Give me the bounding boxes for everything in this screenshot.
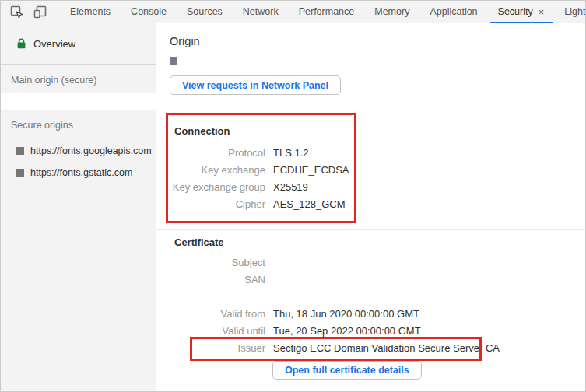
security-panel-body: Overview Main origin (secure) Secure ori…	[1, 23, 585, 391]
san-extra-row	[156, 288, 585, 305]
row-value: X25519	[273, 181, 308, 193]
row-label: Cipher	[156, 198, 265, 210]
devtools-window: Elements Console Sources Network Perform…	[0, 0, 586, 392]
row-value: TLS 1.2	[273, 147, 309, 159]
origin-view: Origin View requests in Network Panel Co…	[156, 23, 585, 391]
inspect-element-icon[interactable]	[9, 4, 24, 19]
overview-group: Overview	[1, 23, 156, 65]
row-value: Tue, 20 Sep 2022 00:00:00 GMT	[273, 325, 421, 337]
sidebar-item-overview[interactable]: Overview	[1, 38, 156, 50]
origin-label: https://fonts.gstatic.com	[30, 167, 132, 178]
tab-security-label: Security	[498, 6, 533, 17]
row-label: Issuer	[156, 342, 265, 354]
row-value: Thu, 18 Jun 2020 00:00:00 GMT	[273, 308, 419, 320]
row-label: Protocol	[156, 147, 265, 159]
secure-origins-header: Secure origins	[1, 120, 156, 131]
origin-label: https://fonts.googleapis.com	[30, 145, 152, 156]
tab-console[interactable]: Console	[121, 1, 177, 23]
section-divider	[156, 110, 585, 110]
connection-section-title: Connection	[174, 125, 230, 137]
row-label: Valid from	[156, 308, 265, 320]
sidebar-item-origin-gstatic[interactable]: https://fonts.gstatic.com	[1, 166, 156, 178]
toolbar-icons	[1, 1, 47, 23]
tab-elements[interactable]: Elements	[60, 1, 121, 23]
tab-sources[interactable]: Sources	[177, 1, 233, 23]
overview-label: Overview	[33, 38, 75, 50]
origin-view-title: Origin	[170, 35, 200, 47]
cipher-row: Cipher AES_128_GCM	[156, 195, 585, 212]
valid-until-row: Valid until Tue, 20 Sep 2022 00:00:00 GM…	[156, 322, 585, 339]
open-certificate-details-button[interactable]: Open full certificate details	[272, 361, 422, 380]
origin-favicon-placeholder	[170, 57, 177, 65]
view-requests-button[interactable]: View requests in Network Panel	[170, 75, 341, 95]
row-value: Sectigo ECC Domain Validation Secure Ser…	[273, 342, 500, 354]
row-value: ECDHE_ECDSA	[273, 164, 349, 176]
protocol-row: Protocol TLS 1.2	[156, 144, 585, 161]
main-origin-selected-row[interactable]	[1, 93, 156, 110]
connection-rows: Protocol TLS 1.2 Key exchange ECDHE_ECDS…	[156, 144, 585, 212]
section-divider	[156, 229, 585, 230]
subject-row: Subject	[156, 254, 585, 271]
main-origin-header: Main origin (secure)	[1, 75, 156, 86]
devtools-tabbar: Elements Console Sources Network Perform…	[1, 1, 585, 23]
key-exchange-row: Key exchange ECDHE_ECDSA	[156, 161, 585, 178]
section-divider	[156, 387, 585, 387]
tab-network[interactable]: Network	[233, 1, 289, 23]
certificate-rows: Subject SAN Valid from Thu, 18 Jun 2020 …	[156, 254, 585, 356]
tab-memory[interactable]: Memory	[364, 1, 419, 23]
origin-lock-icon	[16, 147, 24, 155]
tab-lighthouse[interactable]: Lighthouse	[554, 1, 586, 23]
sidebar-item-origin-googleapis[interactable]: https://fonts.googleapis.com	[1, 145, 156, 156]
certificate-section-title: Certificate	[174, 236, 224, 248]
row-value: AES_128_GCM	[273, 198, 346, 210]
san-row: SAN	[156, 271, 585, 288]
row-label: Valid until	[156, 325, 265, 337]
issuer-row: Issuer Sectigo ECC Domain Validation Sec…	[156, 339, 585, 356]
row-label: Key exchange	[156, 164, 265, 176]
row-label: SAN	[156, 274, 265, 285]
device-toolbar-icon[interactable]	[32, 4, 47, 19]
tab-application[interactable]: Application	[419, 1, 487, 23]
key-exchange-group-row: Key exchange group X25519	[156, 178, 585, 195]
row-label: Key exchange group	[156, 181, 265, 193]
tab-close-icon[interactable]: ×	[539, 7, 545, 17]
valid-from-row: Valid from Thu, 18 Jun 2020 00:00:00 GMT	[156, 305, 585, 322]
secure-lock-icon	[16, 38, 26, 49]
row-label: Subject	[156, 257, 265, 268]
security-sidebar: Overview Main origin (secure) Secure ori…	[1, 23, 156, 391]
origin-lock-icon	[16, 169, 24, 177]
tab-performance[interactable]: Performance	[289, 1, 365, 23]
tab-security[interactable]: Security ×	[488, 1, 555, 23]
